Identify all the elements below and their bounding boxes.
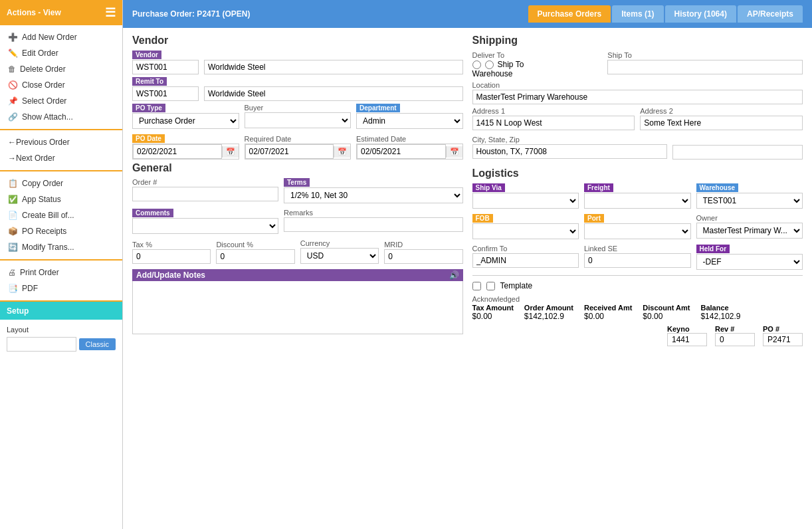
pdf-button[interactable]: 📑 PDF [3, 280, 120, 296]
freight-label: Freight [584, 183, 613, 192]
comments-remarks-row: Comments Remarks [132, 209, 463, 237]
ship-to-radio[interactable] [485, 60, 494, 69]
create-bill-button[interactable]: 📄 Create Bill of... [3, 207, 120, 223]
modify-trans-button[interactable]: 🔄 Modify Trans... [3, 239, 120, 255]
print-order-button[interactable]: 🖨 Print Order [3, 264, 120, 280]
estimated-date-input[interactable] [357, 144, 446, 159]
warehouse-field: Warehouse TEST001 [696, 183, 803, 209]
po-type-select[interactable]: Purchase Order Blanket Order Contract [132, 113, 239, 129]
linked-se-input[interactable] [584, 253, 691, 268]
tab-ap-receipts[interactable]: AP/Receipts [738, 5, 803, 23]
po-date-calendar-icon[interactable]: 📅 [222, 146, 239, 158]
freight-select[interactable] [584, 193, 691, 209]
deliver-inner: Ship To [472, 60, 603, 69]
classic-button[interactable]: Classic [79, 338, 116, 350]
setup-body: Layout Classic [0, 320, 122, 357]
summary-area: Template Acknowledged Tax Amount $0.00 O… [472, 275, 803, 346]
close-order-icon: 🚫 [8, 80, 18, 90]
comments-select[interactable] [132, 218, 278, 234]
tax-amount-value: $0.00 [472, 312, 514, 321]
tax-amount-label: Tax Amount [472, 304, 514, 312]
order-num-input[interactable] [132, 187, 278, 201]
remarks-label: Remarks [284, 209, 463, 217]
estimated-date-field: Estimated Date 📅 [356, 135, 463, 159]
held-for-select[interactable]: -DEF [696, 254, 803, 270]
estimated-date-calendar-icon[interactable]: 📅 [446, 146, 462, 158]
sidebar-item-select-order[interactable]: 📌 Select Order [3, 93, 120, 109]
address-row: Address 1 Address 2 [472, 107, 803, 133]
amounts-row: Tax Amount $0.00 Order Amount $142,102.9… [472, 304, 803, 321]
tab-purchase-orders[interactable]: Purchase Orders [528, 5, 611, 23]
ship-to-input[interactable] [607, 60, 803, 74]
port-select[interactable] [584, 223, 691, 239]
po-receipts-icon: 📦 [8, 227, 18, 236]
fob-select[interactable] [472, 223, 579, 239]
location-input[interactable] [472, 90, 803, 104]
sidebar-item-show-attachments[interactable]: 🔗 Show Attach... [3, 109, 120, 125]
layout-input[interactable] [7, 337, 76, 352]
keyno-label: Keyno [667, 325, 707, 333]
template-checkbox[interactable] [486, 282, 495, 290]
vendor-name-input[interactable] [204, 60, 463, 74]
edit-order-label: Edit Order [22, 49, 58, 58]
notes-textarea[interactable] [132, 281, 463, 334]
order-terms-row: Order # Terms 1/2% 10, Net 30 [132, 178, 463, 206]
next-order-label: Next Order [16, 154, 55, 163]
copy-order-button[interactable]: 📋 Copy Order [3, 175, 120, 191]
acknowledged-checkbox[interactable] [472, 282, 481, 290]
notes-header: Add/Update Notes 🔊 [132, 269, 463, 281]
app-status-label: App Status [22, 195, 61, 204]
sidebar-item-add-new-order[interactable]: ➕ Add New Order [3, 29, 120, 45]
warehouse-select[interactable]: TEST001 [696, 193, 803, 209]
tab-history[interactable]: History (1064) [665, 5, 736, 23]
department-select[interactable]: Admin [356, 113, 463, 129]
top-bar: Purchase Order: P2471 (OPEN) Purchase Or… [123, 0, 812, 28]
terms-label: Terms [284, 178, 310, 187]
tab-bar: Purchase Orders Items (1) History (1064)… [528, 5, 803, 23]
edit-icon: ✏️ [8, 49, 18, 58]
buyer-select[interactable] [245, 112, 352, 128]
city-state-zip-label: City, State, Zip [472, 136, 668, 144]
owner-select[interactable]: MasterTest Primary W... [696, 223, 803, 239]
rev-value: 0 [715, 333, 755, 346]
department-field: Department Admin [356, 104, 463, 129]
confirm-to-input[interactable] [472, 253, 579, 268]
delete-icon: 🗑 [8, 64, 16, 74]
order-amount-label: Order Amount [524, 304, 573, 312]
po-date-input[interactable] [133, 144, 222, 159]
mrid-input[interactable] [384, 249, 462, 264]
required-date-input[interactable] [245, 144, 334, 159]
remarks-input[interactable] [284, 217, 463, 232]
city-state-zip2-input[interactable] [672, 145, 803, 159]
city-state-zip-input[interactable] [472, 144, 668, 159]
right-column: Shipping Deliver To Ship To Warehouse Sh… [472, 35, 803, 346]
sidebar: Actions - View ☰ ➕ Add New Order ✏️ Edit… [0, 0, 123, 529]
address1-label: Address 1 [472, 107, 635, 115]
currency-select[interactable]: USD EUR GBP [300, 248, 379, 264]
address2-label: Address 2 [640, 107, 803, 115]
sidebar-item-close-order[interactable]: 🚫 Close Order [3, 77, 120, 93]
po-receipts-button[interactable]: 📦 PO Receipts [3, 223, 120, 239]
tax-input[interactable] [132, 249, 211, 264]
deliver-radio[interactable] [472, 60, 481, 69]
hamburger-icon[interactable]: ☰ [105, 5, 116, 20]
sidebar-item-edit-order[interactable]: ✏️ Edit Order [3, 45, 120, 61]
previous-order-button[interactable]: ← Previous Order [3, 134, 120, 150]
terms-select[interactable]: 1/2% 10, Net 30 [284, 187, 463, 203]
remit-code-input[interactable] [132, 86, 199, 101]
app-status-button[interactable]: ✅ App Status [3, 191, 120, 207]
required-date-calendar-icon[interactable]: 📅 [334, 146, 350, 158]
discount-input[interactable] [216, 249, 294, 264]
remit-name-input[interactable] [204, 86, 463, 101]
address2-input[interactable] [640, 116, 803, 130]
vendor-code-input[interactable] [132, 60, 199, 74]
ship-via-select[interactable] [472, 193, 579, 209]
address1-field: Address 1 [472, 107, 635, 130]
sidebar-item-delete-order[interactable]: 🗑 Delete Order [3, 61, 120, 77]
tab-items[interactable]: Items (1) [612, 5, 663, 23]
previous-order-label: Previous Order [16, 138, 70, 147]
owner-label: Owner [696, 214, 803, 222]
address1-input[interactable] [472, 116, 635, 130]
next-order-button[interactable]: → Next Order [3, 150, 120, 166]
confirm-to-field: Confirm To [472, 245, 579, 270]
